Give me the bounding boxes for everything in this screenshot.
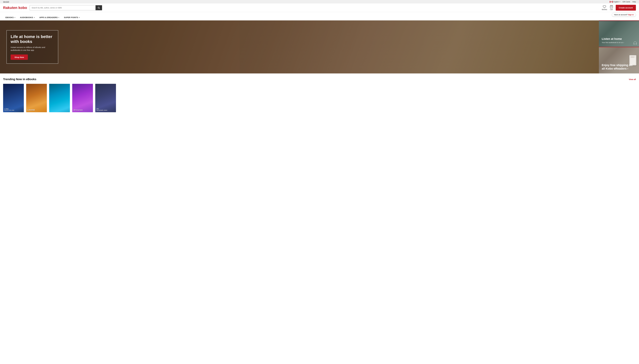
wishlist-label: Wishlist [602,9,607,10]
nav-label-audiobooks: AUDIOBOOKS [20,16,33,18]
hero-main-banner: Life at home is better with books Instan… [0,20,599,74]
list-item[interactable] [49,84,70,112]
cart-icon [610,5,613,8]
trending-header: Trending Now in eBooks View all [3,78,636,81]
nav-item-ebooks[interactable]: eBOOKS ▾ [3,14,18,20]
list-item[interactable]: LISA SCOTTOLINE [3,84,24,112]
nav-item-audiobooks[interactable]: AUDIOBOOKS ▾ [18,14,37,20]
search-bar [30,5,102,10]
nav-item-apps-ereaders[interactable]: APPS & eREADERS ▾ [37,14,62,20]
have-account-text: Have an account? [614,14,627,16]
header-actions: Wishlist Cart Create account [602,5,636,10]
ebooks-chevron-icon: ▾ [15,17,16,18]
top-bar-right: English ▾ Gift Cards Help [610,1,636,3]
svg-rect-1 [610,1,610,3]
book-title-5b: fortunate ones [97,110,115,111]
book-title-5: the [97,108,115,110]
wishlist-button[interactable]: Wishlist [602,5,607,10]
trending-title: Trending Now in eBooks [3,78,36,81]
nav-label-super-points: SUPER POINTS [64,16,78,18]
nav-label-apps-ereaders: APPS & eREADERS [39,16,58,18]
trending-section: Trending Now in eBooks View all LISA SCO… [0,74,639,115]
listen-arrow-icon: › [623,42,624,44]
book-title-4: Of Curses [74,109,92,111]
view-all-link[interactable]: View all [629,78,636,80]
language-label: English [613,1,619,3]
book-cover-2: LOUISE [26,84,47,112]
search-input[interactable] [30,5,96,10]
apps-chevron-icon: ▾ [58,17,59,18]
listen-content: Listen at home Your first audiobook is o… [602,37,636,44]
language-selector[interactable]: English ▾ [610,1,620,3]
hero-side-panels: Listen at home Your first audiobook is o… [599,20,639,74]
promo-link-container[interactable]: Get $15 [3,1,9,3]
header: Rakuten kobo Wishlist Cart Create accoun… [0,4,639,12]
hero-section: Life at home is better with books Instan… [0,20,639,74]
shipping-arrow-icon: › [627,67,628,70]
main-nav: eBOOKS ▾ AUDIOBOOKS ▾ APPS & eREADERS ▾ … [0,14,639,20]
hero-listen-panel[interactable]: Listen at home Your first audiobook is o… [599,20,639,47]
book-cover-1: LISA SCOTTOLINE [3,84,24,112]
shop-now-button[interactable]: Shop Now [11,54,28,60]
cart-button[interactable]: Cart [610,5,613,10]
cart-label: Cart [610,9,613,10]
help-link[interactable]: Help [632,1,636,3]
top-bar: Get $15 English ▾ Gift Cards Help [0,0,639,4]
svg-rect-2 [612,1,613,3]
logo-text: Rakuten kobo [3,6,27,10]
hero-main-content: Life at home is better with books Instan… [7,30,58,64]
nav-label-ebooks: eBOOKS [6,16,14,18]
listen-title: Listen at home [602,37,636,40]
search-icon [98,6,100,9]
hero-content-box: Life at home is better with books Instan… [7,30,58,64]
sign-in-tooltip: Have an account? Sign in [612,13,636,16]
sign-in-link[interactable]: Sign in [628,14,634,16]
book-author-2: LOUISE [28,109,46,111]
book-cover-5: the fortunate ones [95,84,116,112]
shipping-title: Enjoy free shipping on all Kobo eReaders… [602,64,636,70]
logo[interactable]: Rakuten kobo [3,6,27,10]
hero-subtitle: Instant access to millions of eBooks and… [11,46,54,52]
flag-icon [610,1,612,3]
books-row: LISA SCOTTOLINE LOUISE Of Curses [3,84,636,112]
svg-line-5 [99,8,100,9]
language-chevron-icon: ▾ [619,1,620,2]
audiobooks-chevron-icon: ▾ [34,17,35,18]
promo-link[interactable]: Get $15 [3,1,9,3]
list-item[interactable]: the fortunate ones [95,84,116,112]
super-points-chevron-icon: ▾ [79,17,80,18]
hero-shipping-panel[interactable]: Enjoy free shipping on all Kobo eReaders… [599,47,639,74]
book-author-1: LISA [5,108,23,110]
list-item[interactable]: LOUISE [26,84,47,112]
hero-title: Life at home is better with books [11,34,54,44]
list-item[interactable]: Of Curses [72,84,93,112]
hero-overlay [0,20,599,74]
heart-icon [603,5,606,8]
nav-item-super-points[interactable]: SUPER POINTS ▾ [62,14,82,20]
listen-subtitle: Your first audiobook is on us › [602,42,636,44]
book-cover-4: Of Curses [72,84,93,112]
book-author-surname-1: SCOTTOLINE [5,110,23,111]
gift-cards-link[interactable]: Gift Cards [622,1,630,3]
shipping-content: Enjoy free shipping on all Kobo eReaders… [602,64,636,70]
create-account-button[interactable]: Create account [616,5,636,10]
search-button[interactable] [96,5,102,10]
book-cover-3 [49,84,70,112]
